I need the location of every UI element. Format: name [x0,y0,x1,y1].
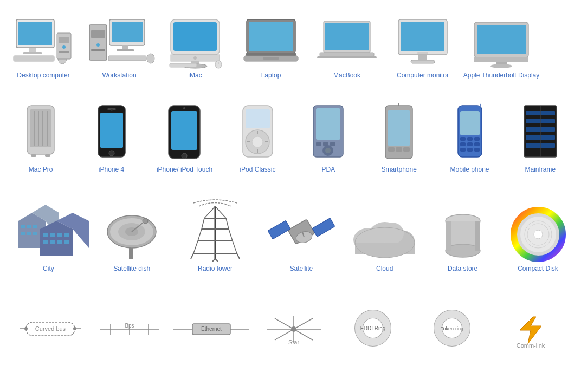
svg-rect-120 [43,240,48,244]
icon-satellite [263,202,339,262]
svg-rect-163 [446,221,451,251]
svg-line-142 [193,241,198,253]
svg-rect-31 [249,22,293,51]
item-mobile-phone[interactable]: Mobile phone [434,100,505,178]
svg-line-147 [215,259,218,262]
svg-rect-4 [14,56,54,61]
svg-line-192 [275,329,294,340]
svg-rect-16 [112,22,143,42]
svg-line-143 [233,241,237,253]
label-mainframe: Mainframe [525,166,556,174]
svg-rect-75 [316,108,340,140]
svg-rect-58 [100,113,123,148]
item-workstation[interactable]: Workstation [81,5,157,83]
label-macbook: MacBook [333,71,360,80]
svg-rect-86 [403,147,410,152]
svg-point-69 [252,136,263,147]
item-mainframe[interactable]: Mainframe [505,100,576,178]
svg-rect-17 [122,45,128,49]
svg-rect-158 [355,243,415,254]
svg-rect-18 [117,49,134,51]
icon-computer-monitor [396,9,450,68]
item-ipod-touch[interactable]: iPhone/ iPod Touch [147,100,223,178]
row-4-bottom-bar: Curved bus Bps [5,304,576,354]
item-pda[interactable]: PDA [293,100,364,178]
label-compact-disk: Compact Disk [518,265,558,273]
svg-rect-43 [411,60,435,63]
label-ipod-touch: iPhone/ iPod Touch [157,166,212,174]
label-mac-pro: Mac Pro [29,166,53,174]
svg-rect-11 [89,25,107,60]
item-laptop[interactable]: Laptop [233,5,309,83]
svg-rect-122 [57,240,62,244]
label-iphone4: iPhone 4 [99,166,124,174]
item-ethernet[interactable]: Ethernet [169,312,254,346]
icon-iphone4 [95,103,128,162]
label-satellite: Satellite [289,265,313,273]
item-city[interactable]: City [5,196,92,277]
svg-text:Star: Star [288,339,300,345]
svg-rect-92 [460,142,466,146]
svg-line-138 [202,218,204,229]
svg-point-157 [380,223,404,244]
svg-point-9 [62,45,66,49]
svg-rect-96 [467,148,473,152]
label-imac: iMac [188,71,202,80]
label-city: City [43,265,54,273]
svg-rect-113 [21,232,25,235]
item-comm-link[interactable]: Comm-link [491,311,570,347]
item-computer-monitor[interactable]: Computer monitor [385,5,461,83]
svg-rect-29 [170,63,197,67]
svg-rect-38 [317,56,377,58]
svg-rect-19 [108,56,146,61]
item-data-store[interactable]: Data store [425,199,500,277]
item-smartphone[interactable]: Smartphone [364,100,434,178]
svg-line-141 [229,229,233,241]
item-compact-disk[interactable]: Compact Disk [500,199,576,277]
item-macbook[interactable]: MacBook [309,5,385,83]
svg-line-144 [191,253,193,259]
svg-rect-41 [417,52,428,54]
item-bps[interactable]: Bps [90,312,169,346]
icon-laptop [241,9,301,68]
item-satellite[interactable]: Satellite [258,199,344,277]
label-smartphone: Smartphone [381,166,416,174]
label-satellite-dish: Satellite dish [113,265,150,273]
item-curved-bus[interactable]: Curved bus [11,313,90,344]
svg-rect-121 [50,240,55,244]
svg-rect-91 [474,137,480,141]
item-apple-thunderbolt[interactable]: Apple Thunderbolt Display [461,5,542,83]
svg-point-13 [96,43,100,47]
svg-point-168 [534,230,543,239]
item-mac-pro[interactable]: Mac Pro [5,100,76,178]
svg-point-26 [193,56,197,60]
item-star[interactable]: Star [254,310,333,349]
svg-point-59 [109,151,114,156]
item-cloud[interactable]: Cloud [344,199,425,277]
icon-ipod-touch [164,103,205,162]
svg-text:Comm-link: Comm-link [517,342,545,349]
item-satellite-dish[interactable]: Satellite dish [92,199,172,277]
item-fddi-ring[interactable]: FDDI Ring [333,310,412,349]
svg-point-130 [143,218,148,224]
svg-rect-40 [401,22,444,51]
svg-point-64 [182,153,187,159]
item-imac[interactable]: iMac [157,5,233,83]
svg-rect-34 [263,57,279,60]
item-radio-tower[interactable]: Radio tower [172,193,259,277]
item-iphone4[interactable]: iPhone 4 [76,100,146,178]
item-ipod-classic[interactable]: iPod Classic [222,100,293,178]
svg-line-139 [226,218,229,229]
svg-rect-88 [460,111,480,135]
item-token-ring[interactable]: Token-ring [412,310,492,349]
icon-city [13,199,83,262]
svg-point-48 [490,64,512,68]
svg-point-80 [325,148,331,153]
label-radio-tower: Radio tower [198,265,233,273]
icon-mainframe [519,103,562,162]
icon-ipod-classic [240,103,275,162]
svg-text:FDDI Ring: FDDI Ring [360,325,386,331]
item-desktop-computer[interactable]: Desktop computer [5,5,81,83]
svg-rect-78 [330,142,335,146]
svg-rect-42 [418,55,427,60]
